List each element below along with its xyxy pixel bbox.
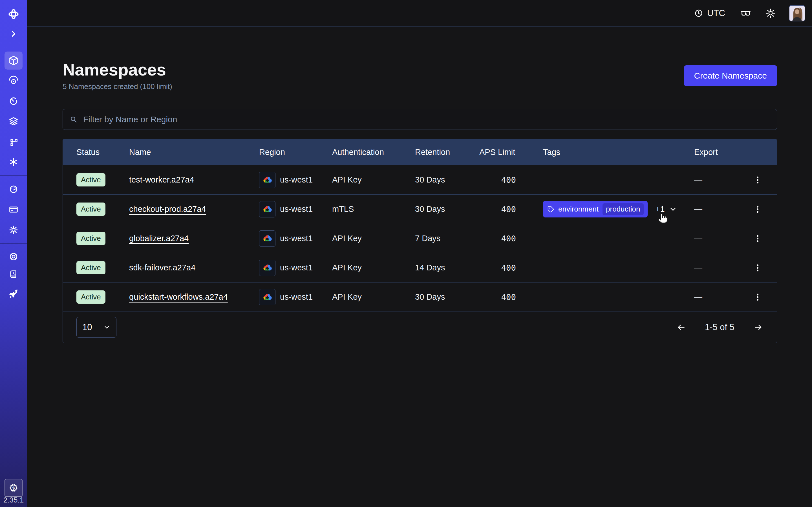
- branch-icon: [8, 136, 19, 147]
- aps-limit-value: 400: [479, 263, 516, 273]
- create-namespace-button[interactable]: Create Namespace: [684, 65, 777, 86]
- timezone-label: UTC: [707, 8, 725, 18]
- region-label: us-west1: [280, 205, 313, 214]
- row-actions-button[interactable]: [752, 174, 763, 186]
- namespace-link[interactable]: checkout-prod.a27a4: [129, 205, 206, 214]
- filter-input[interactable]: [83, 114, 770, 124]
- aps-limit-value: 400: [479, 292, 516, 302]
- col-aps-limit: APS Limit: [479, 148, 516, 157]
- namespaces-table: Status Name Region Authentication Retent…: [63, 139, 777, 343]
- arrow-left-icon: [676, 322, 687, 333]
- eye-orbit-icon: [8, 75, 19, 87]
- kebab-menu-icon: [752, 291, 763, 303]
- sidebar-divider: [0, 175, 27, 176]
- table-row: Active globalizer.a27a4 us-west1 API Key…: [63, 224, 777, 253]
- status-badge: Active: [77, 261, 105, 274]
- tag-key: environment: [558, 205, 599, 214]
- page-size-select[interactable]: 10: [77, 317, 116, 338]
- namespace-link[interactable]: test-worker.a27a4: [129, 175, 194, 184]
- book-sparkle-icon: [8, 269, 19, 280]
- next-page-button[interactable]: [753, 322, 763, 333]
- page-size-value: 10: [82, 322, 92, 332]
- timer-icon: [8, 96, 19, 107]
- sidebar-item-insights[interactable]: [0, 75, 27, 87]
- col-tags: Tags: [543, 148, 694, 157]
- sidebar-item-support[interactable]: [0, 251, 27, 262]
- page-title: Namespaces: [63, 61, 777, 79]
- retention-value: 30 Days: [415, 175, 479, 184]
- table-row: Active quickstart-workflows.a27a4 us-wes…: [63, 282, 777, 312]
- row-actions-button[interactable]: [752, 262, 763, 274]
- tags-more-count: +1: [656, 205, 665, 214]
- tag-value: production: [603, 203, 644, 215]
- sidebar-item-namespaces[interactable]: [4, 52, 22, 69]
- clock-icon: [694, 8, 704, 18]
- col-authentication: Authentication: [332, 148, 415, 157]
- gcp-region-icon: [259, 230, 275, 247]
- namespace-link[interactable]: sdk-failover.a27a4: [129, 263, 195, 272]
- sidebar-item-deployments[interactable]: [0, 116, 27, 127]
- user-avatar[interactable]: [789, 5, 805, 21]
- gcp-region-icon: [259, 260, 275, 276]
- dollar-seal-icon: $: [8, 483, 19, 493]
- sidebar-item-docs[interactable]: [0, 269, 27, 280]
- prev-page-button[interactable]: [676, 322, 687, 333]
- arrow-right-icon: [753, 322, 763, 333]
- chevron-down-icon: [103, 324, 110, 331]
- row-actions-button[interactable]: [752, 233, 763, 244]
- app-version: 2.35.1: [0, 496, 27, 504]
- sidebar-item-schedules[interactable]: [0, 96, 27, 107]
- status-badge: Active: [77, 173, 105, 186]
- col-region: Region: [259, 148, 332, 157]
- table-header: Status Name Region Authentication Retent…: [63, 139, 777, 165]
- layers-icon: [8, 116, 19, 127]
- aps-limit-value: 400: [479, 234, 516, 243]
- sidebar-item-usage[interactable]: [0, 184, 27, 195]
- sidebar-expand-chevron-icon[interactable]: [0, 28, 27, 40]
- status-badge: Active: [77, 290, 105, 304]
- pagination-range: 1-5 of 5: [705, 322, 734, 332]
- gear-icon: [8, 224, 19, 235]
- sidebar-item-getting-started[interactable]: [0, 288, 27, 299]
- theme-toggle-button[interactable]: [765, 7, 776, 19]
- sidebar-item-workflows[interactable]: [0, 136, 27, 147]
- pricing-button[interactable]: $: [4, 479, 22, 497]
- sidebar-item-settings[interactable]: [0, 224, 27, 235]
- search-icon: [69, 115, 78, 124]
- sidebar-divider: [0, 243, 27, 244]
- kebab-menu-icon: [752, 262, 763, 274]
- col-retention: Retention: [415, 148, 479, 157]
- timezone-selector[interactable]: UTC: [692, 8, 727, 18]
- table-footer: 10 1-5 of 5: [63, 312, 777, 343]
- sidebar-item-batch[interactable]: [0, 156, 27, 168]
- retention-value: 30 Days: [415, 292, 479, 302]
- table-row: Active test-worker.a27a4 us-west1 API Ke…: [63, 165, 777, 194]
- tags-expand-button[interactable]: +1: [654, 204, 679, 214]
- lifebuoy-icon: [8, 251, 19, 262]
- auth-value: API Key: [332, 263, 415, 272]
- region-label: us-west1: [280, 234, 313, 243]
- temporal-logo-icon[interactable]: [0, 8, 27, 20]
- sidebar-item-billing[interactable]: [0, 204, 27, 215]
- status-badge: Active: [77, 232, 105, 245]
- retention-value: 30 Days: [415, 205, 479, 214]
- kebab-menu-icon: [752, 233, 763, 244]
- row-actions-button[interactable]: [752, 204, 763, 215]
- region-label: us-west1: [280, 292, 313, 302]
- topbar: UTC: [27, 0, 812, 27]
- export-value: —: [694, 292, 748, 302]
- col-status: Status: [77, 148, 129, 157]
- row-actions-button[interactable]: [752, 291, 763, 303]
- auth-value: API Key: [332, 292, 415, 302]
- tag-pill[interactable]: environment production: [543, 201, 648, 217]
- namespace-link[interactable]: globalizer.a27a4: [129, 234, 189, 243]
- export-value: —: [694, 263, 748, 272]
- region-label: us-west1: [280, 175, 313, 184]
- retention-value: 14 Days: [415, 263, 479, 272]
- asterisk-icon: [8, 156, 19, 168]
- status-badge: Active: [77, 203, 105, 216]
- gcp-region-icon: [259, 172, 275, 188]
- labs-glasses-button[interactable]: [739, 7, 752, 20]
- namespace-link[interactable]: quickstart-workflows.a27a4: [129, 292, 228, 302]
- table-row: Active sdk-failover.a27a4 us-west1 API K…: [63, 253, 777, 282]
